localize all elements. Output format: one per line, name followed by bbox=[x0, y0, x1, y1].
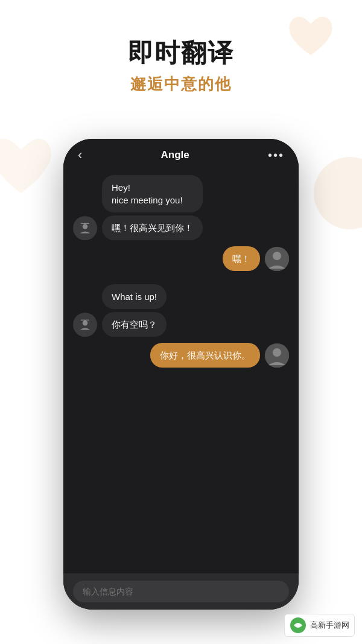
message-row-4: 你好，很高兴认识你。 bbox=[73, 343, 289, 368]
svg-rect-1 bbox=[81, 223, 89, 224]
bubble-2-1: 嘿！ bbox=[223, 246, 260, 271]
watermark: 高新手游网 bbox=[284, 614, 355, 637]
input-bar bbox=[63, 573, 299, 610]
watermark-icon bbox=[290, 617, 306, 634]
message-row-1: Hey!nice meeting you! 嘿！很高兴见到你！ bbox=[73, 175, 289, 240]
chat-header: ‹ Angle ••• bbox=[63, 139, 299, 168]
svg-rect-6 bbox=[81, 320, 89, 320]
svg-point-7 bbox=[83, 320, 87, 325]
svg-point-2 bbox=[83, 224, 87, 229]
phone-mockup: ‹ Angle ••• Hey!nice meeting you! 嘿！很高兴见… bbox=[63, 139, 299, 610]
avatar-left-2 bbox=[73, 313, 97, 337]
message-row-3: What is up! 你有空吗？ bbox=[73, 284, 289, 337]
chat-title: Angle bbox=[161, 149, 189, 161]
header-area: 即时翻译 邂逅中意的他 bbox=[0, 36, 362, 95]
bg-heart-left-decoration bbox=[0, 133, 60, 199]
svg-point-4 bbox=[273, 252, 281, 260]
avatar-right-1 bbox=[265, 247, 289, 271]
bubble-group-3: What is up! 你有空吗？ bbox=[102, 284, 167, 337]
page-title: 即时翻译 bbox=[0, 36, 362, 70]
spacer bbox=[73, 277, 289, 281]
bubble-3-1: What is up! bbox=[102, 284, 167, 309]
bubble-group-2: 嘿！ bbox=[223, 246, 260, 271]
page-subtitle: 邂逅中意的他 bbox=[0, 74, 362, 95]
bubble-4-1: 你好，很高兴认识你。 bbox=[150, 343, 260, 368]
watermark-text: 高新手游网 bbox=[310, 620, 349, 631]
avatar-right-2 bbox=[265, 343, 289, 368]
more-button[interactable]: ••• bbox=[268, 148, 284, 162]
svg-point-9 bbox=[273, 348, 281, 357]
message-input[interactable] bbox=[73, 581, 289, 602]
bubble-1-1: Hey!nice meeting you! bbox=[102, 175, 203, 212]
back-button[interactable]: ‹ bbox=[78, 147, 82, 163]
bubble-group-1: Hey!nice meeting you! 嘿！很高兴见到你！ bbox=[102, 175, 203, 240]
message-row-2: 嘿！ bbox=[73, 246, 289, 271]
bubble-group-4: 你好，很高兴认识你。 bbox=[150, 343, 260, 368]
bubble-3-2: 你有空吗？ bbox=[102, 312, 167, 337]
svg-point-11 bbox=[296, 623, 300, 627]
bubble-1-2: 嘿！很高兴见到你！ bbox=[102, 215, 203, 240]
avatar-left-1 bbox=[73, 216, 97, 240]
chat-area: Hey!nice meeting you! 嘿！很高兴见到你！ 嘿！ bbox=[63, 168, 299, 573]
bg-circle-decoration bbox=[314, 157, 362, 229]
